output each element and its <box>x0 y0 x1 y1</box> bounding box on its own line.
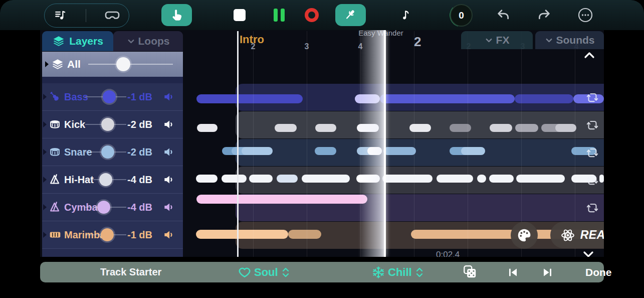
track-volume-knob[interactable] <box>103 90 116 103</box>
loop-icon[interactable] <box>586 118 599 132</box>
note-block[interactable] <box>242 147 273 155</box>
master-volume-knob[interactable] <box>116 57 130 71</box>
mood-selector[interactable]: Chill <box>372 262 424 282</box>
hand-tool-button[interactable] <box>161 4 192 26</box>
note-block[interactable] <box>275 124 297 132</box>
music-queue-icon[interactable] <box>54 9 67 22</box>
expand-down-button[interactable] <box>582 250 594 257</box>
tab-loops[interactable]: Loops <box>113 31 183 51</box>
note-block[interactable] <box>367 147 382 155</box>
note-block[interactable] <box>196 175 218 183</box>
speaker-icon[interactable] <box>162 201 175 214</box>
lane-hi-hat[interactable] <box>236 167 604 194</box>
pause-button[interactable] <box>274 9 285 22</box>
lane-marimba[interactable] <box>236 222 604 249</box>
take-counter[interactable]: 0 <box>450 4 473 27</box>
track-row-hi-hat[interactable]: Hi-Hat-4 dB <box>42 166 183 194</box>
timeline[interactable]: Intro 2 Easy Wander FX Sounds 0:02.4 <box>195 30 604 257</box>
track-volume-knob[interactable] <box>101 118 114 131</box>
tab-sounds[interactable]: Sounds <box>535 31 604 49</box>
track-volume-knob[interactable] <box>101 228 114 241</box>
note-block[interactable] <box>599 175 604 183</box>
mode-segmented-control[interactable] <box>44 4 129 28</box>
measure-number: 3 <box>299 42 314 51</box>
note-block[interactable] <box>288 230 321 239</box>
speaker-icon[interactable] <box>162 173 175 186</box>
speaker-icon[interactable] <box>162 90 175 103</box>
done-button[interactable]: Done <box>585 262 612 282</box>
note-block[interactable] <box>315 124 336 132</box>
disclosure-triangle-icon[interactable] <box>43 121 47 127</box>
tab-layers[interactable]: Layers <box>42 31 113 51</box>
redo-button[interactable] <box>536 9 551 22</box>
note-block[interactable] <box>489 175 514 183</box>
disclosure-triangle-icon[interactable] <box>43 149 47 155</box>
note-block[interactable] <box>315 147 336 155</box>
note-block[interactable] <box>477 175 486 183</box>
lane-bass[interactable] <box>236 84 604 111</box>
disclosure-triangle-icon[interactable] <box>43 204 47 210</box>
note-block[interactable] <box>277 175 298 183</box>
track-row-cymbal[interactable]: Cymbal-4 dB <box>42 194 183 221</box>
speaker-icon[interactable] <box>162 118 175 131</box>
loop-icon[interactable] <box>586 146 599 160</box>
speaker-icon[interactable] <box>162 228 175 241</box>
microphone-button[interactable] <box>335 4 366 26</box>
note-block[interactable] <box>196 94 303 103</box>
react-button[interactable]: REACT <box>550 222 604 248</box>
undo-button[interactable] <box>496 9 511 22</box>
lane-snare[interactable] <box>236 139 604 166</box>
note-block[interactable] <box>516 175 565 183</box>
loop-icon[interactable] <box>586 91 599 104</box>
music-note-button[interactable] <box>400 9 412 22</box>
track-row-bass[interactable]: Bass-1 dB <box>42 83 183 111</box>
note-block[interactable] <box>196 230 288 239</box>
note-block[interactable] <box>515 94 573 103</box>
note-block[interactable] <box>515 124 538 132</box>
palette-button[interactable] <box>511 222 538 249</box>
disclosure-triangle-icon[interactable] <box>43 94 47 100</box>
note-block[interactable] <box>302 175 350 183</box>
lane-cymbal[interactable] <box>236 194 604 221</box>
cymbal-icon <box>49 174 61 186</box>
note-block[interactable] <box>555 124 576 132</box>
tab-fx[interactable]: FX <box>461 31 533 49</box>
note-block[interactable] <box>490 124 512 132</box>
goggles-icon[interactable] <box>105 10 120 21</box>
note-block[interactable] <box>197 124 218 132</box>
track-volume-knob[interactable] <box>101 145 114 159</box>
collapse-up-button[interactable] <box>583 51 595 60</box>
track-row-snare[interactable]: Snare-2 dB <box>42 138 183 166</box>
note-block[interactable] <box>409 124 431 132</box>
randomize-button[interactable] <box>462 262 478 282</box>
master-layer-row[interactable]: All <box>42 52 183 77</box>
skip-back-button[interactable] <box>506 262 519 282</box>
more-options-button[interactable] <box>577 7 593 23</box>
note-block[interactable] <box>380 94 515 103</box>
note-block[interactable] <box>383 147 416 155</box>
track-volume-knob[interactable] <box>97 201 110 214</box>
note-block[interactable] <box>355 94 380 103</box>
genre-selector[interactable]: Soul <box>238 262 290 282</box>
partial-next-track-row[interactable] <box>42 249 183 257</box>
disclosure-triangle-icon[interactable] <box>43 232 47 238</box>
loop-icon[interactable] <box>586 174 599 187</box>
note-block[interactable] <box>222 175 247 183</box>
stop-button[interactable] <box>234 9 246 21</box>
speaker-icon[interactable] <box>162 145 175 159</box>
note-block[interactable] <box>196 195 367 204</box>
track-row-kick[interactable]: Kick-2 dB <box>42 111 183 138</box>
drum-icon <box>49 118 61 131</box>
record-button[interactable] <box>305 8 319 22</box>
track-volume-knob[interactable] <box>99 173 112 186</box>
track-row-marimba[interactable]: Marimba-1 dB <box>42 221 183 249</box>
loop-icon[interactable] <box>586 201 599 215</box>
project-name[interactable]: Track Starter <box>100 262 161 282</box>
master-volume-slider[interactable] <box>88 64 173 65</box>
disclosure-triangle-icon[interactable] <box>45 61 49 67</box>
lane-kick[interactable] <box>236 111 604 138</box>
disclosure-triangle-icon[interactable] <box>43 177 47 183</box>
note-block[interactable] <box>382 175 433 183</box>
note-block[interactable] <box>461 147 485 155</box>
skip-forward-button[interactable] <box>541 262 554 282</box>
